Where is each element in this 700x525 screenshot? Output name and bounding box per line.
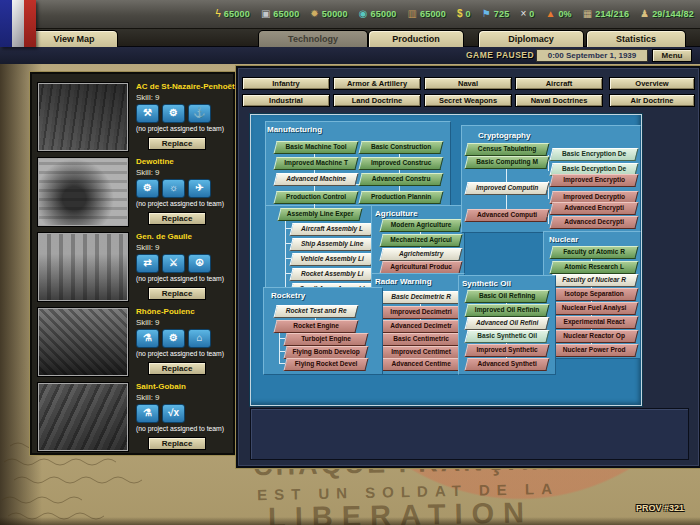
tech-tab-infantry[interactable]: Infantry bbox=[242, 77, 330, 90]
tech-box-nuclear-reactor-op[interactable]: Nuclear Reactor Op bbox=[549, 330, 638, 343]
tech-box-basic-machine-tool[interactable]: Basic Machine Tool bbox=[273, 141, 358, 154]
tech-box-modern-agriculture[interactable]: Modern Agriculture bbox=[379, 219, 462, 232]
tech-tab-armor-artillery[interactable]: Armor & Artillery bbox=[333, 77, 421, 90]
tech-box-advanced-centime[interactable]: Advanced Centime bbox=[379, 358, 462, 371]
tech-box-improved-computin[interactable]: Improved Computin bbox=[464, 182, 549, 195]
mathematics-icon: √x bbox=[162, 404, 185, 423]
tech-box-basic-oil-refining[interactable]: Basic Oil Refining bbox=[464, 290, 549, 303]
tech-box-label: Atomic Research L bbox=[552, 262, 636, 272]
tech-tab-naval-doctrines[interactable]: Naval Doctrines bbox=[515, 94, 603, 107]
tree-connector bbox=[285, 219, 286, 289]
tech-box-faculty-of-nuclear-r[interactable]: Faculty of Nuclear R bbox=[549, 274, 638, 287]
tech-box-label: Advanced Computi bbox=[467, 210, 547, 220]
tech-box-label: Improved Centimet bbox=[382, 347, 460, 357]
tech-tab-secret-weapons[interactable]: Secret Weapons bbox=[424, 94, 512, 107]
resource-value: 0% bbox=[558, 9, 571, 19]
manpower-icon: ⚑ bbox=[482, 9, 491, 19]
tech-box-nuclear-fuel-analysi[interactable]: Nuclear Fuel Analysi bbox=[549, 302, 638, 315]
tech-box-advanced-oil-refini[interactable]: Advanced Oil Refini bbox=[464, 317, 549, 330]
tech-box-advanced-encrypti[interactable]: Advanced Encrypti bbox=[549, 202, 638, 215]
tech-box-label: Rocket Test and Re bbox=[276, 306, 356, 316]
game-screen: CHAQUE FRANÇAIS EST UN SOLDAT DE LA LIBE… bbox=[0, 0, 700, 525]
tech-box-census-tabulating[interactable]: Census Tabulating bbox=[464, 143, 549, 156]
tech-box-basic-computing-m[interactable]: Basic Computing M bbox=[464, 156, 549, 169]
tech-box-label: Basic Synthetic Oil bbox=[467, 331, 547, 341]
team-status: (no project assigned to team) bbox=[136, 125, 226, 132]
tech-box-advanced-syntheti[interactable]: Advanced Syntheti bbox=[464, 358, 549, 371]
tech-box-atomic-research-l[interactable]: Atomic Research L bbox=[549, 261, 638, 274]
tech-tab-aircraft[interactable]: Aircraft bbox=[515, 77, 603, 90]
tech-box-improved-synthetic[interactable]: Improved Synthetic bbox=[464, 344, 549, 357]
tech-box-production-control[interactable]: Production Control bbox=[273, 191, 358, 204]
tech-box-assembly-line-exper[interactable]: Assembly Line Exper bbox=[277, 208, 362, 221]
tech-box-vehicle-assembly-li[interactable]: Vehicle Assembly Li bbox=[289, 253, 374, 266]
tech-tab-overview[interactable]: Overview bbox=[609, 77, 695, 90]
team-name: AC de St-Nazaire-Penhoët bbox=[136, 82, 226, 91]
tech-box-aircraft-assembly-l[interactable]: Aircraft Assembly L bbox=[289, 223, 374, 236]
tech-tab-industrial[interactable]: Industrial bbox=[242, 94, 330, 107]
replace-button[interactable]: Replace bbox=[148, 437, 206, 450]
tech-box-improved-encryptio[interactable]: Improved Encryptio bbox=[549, 174, 638, 187]
tech-box-ship-assembly-line[interactable]: Ship Assembly Line bbox=[289, 238, 374, 251]
tech-box-label: Improved Decimetri bbox=[382, 307, 460, 317]
tech-box-flying-rocket-devel[interactable]: Flying Rocket Devel bbox=[283, 358, 368, 371]
tab-technology[interactable]: Technology bbox=[258, 30, 368, 47]
tech-box-rocket-test-and-re[interactable]: Rocket Test and Re bbox=[273, 305, 358, 318]
menu-button[interactable]: Menu bbox=[652, 49, 692, 62]
tech-box-advanced-machine[interactable]: Advanced Machine bbox=[273, 173, 358, 186]
tech-box-advanced-decimetr[interactable]: Advanced Decimetr bbox=[379, 320, 462, 333]
tech-box-label: Turbojet Engine bbox=[286, 334, 366, 344]
team-name: Gen. de Gaulle bbox=[136, 232, 226, 241]
tech-box-label: Basic Oil Refining bbox=[467, 291, 547, 301]
tech-box-faculty-of-atomic-r[interactable]: Faculty of Atomic R bbox=[549, 246, 638, 259]
tech-box-mechanized-agricul[interactable]: Mechanized Agricul bbox=[379, 234, 462, 247]
tech-tab-air-doctrine[interactable]: Air Doctrine bbox=[609, 94, 695, 107]
tech-box-improved-construc[interactable]: Improved Construc bbox=[358, 157, 443, 170]
tech-description-box bbox=[250, 408, 689, 460]
tech-box-basic-construction[interactable]: Basic Construction bbox=[358, 141, 443, 154]
tech-tab-land-doctrine[interactable]: Land Doctrine bbox=[333, 94, 421, 107]
tech-box-rocket-engine[interactable]: Rocket Engine bbox=[273, 320, 358, 333]
replace-button[interactable]: Replace bbox=[148, 212, 206, 225]
replace-button[interactable]: Replace bbox=[148, 137, 206, 150]
tech-box-label: Mechanized Agricul bbox=[382, 235, 460, 245]
tech-box-experimental-react[interactable]: Experimental React bbox=[549, 316, 638, 329]
tech-box-label: Agricultural Produc bbox=[382, 262, 460, 272]
tab-production[interactable]: Production bbox=[368, 30, 464, 47]
tab-diplomacy[interactable]: Diplomacy bbox=[478, 30, 584, 47]
lightbulb-icon: ☼ bbox=[162, 179, 185, 198]
tech-box-improved-oil-refinin[interactable]: Improved Oil Refinin bbox=[464, 304, 549, 317]
tech-box-basic-decimetric-r[interactable]: Basic Decimetric R bbox=[379, 291, 462, 304]
resource-value: 214/216 bbox=[595, 9, 629, 19]
replace-button[interactable]: Replace bbox=[148, 362, 206, 375]
tech-box-agrichemistry[interactable]: Agrichemistry bbox=[379, 248, 462, 261]
tech-tab-naval[interactable]: Naval bbox=[424, 77, 512, 90]
tab-statistics[interactable]: Statistics bbox=[586, 30, 686, 47]
team-photo bbox=[38, 233, 128, 301]
resource-value: 0 bbox=[529, 9, 534, 19]
resource-value: 50000 bbox=[322, 9, 348, 19]
tech-box-turbojet-engine[interactable]: Turbojet Engine bbox=[283, 333, 368, 346]
replace-button[interactable]: Replace bbox=[148, 287, 206, 300]
tech-box-production-plannin[interactable]: Production Plannin bbox=[358, 191, 443, 204]
team-name: Dewoitine bbox=[136, 157, 226, 166]
tech-box-advanced-decrypti[interactable]: Advanced Decrypti bbox=[549, 216, 638, 229]
tech-box-basic-synthetic-oil[interactable]: Basic Synthetic Oil bbox=[464, 330, 549, 343]
team-specialties: ⚙☼✈ bbox=[136, 179, 226, 198]
section-header-radar-warning: Radar Warning bbox=[375, 277, 432, 286]
technology-window: InfantryArmor & ArtilleryNavalAircraftOv… bbox=[236, 66, 700, 468]
tech-box-advanced-computi[interactable]: Advanced Computi bbox=[464, 209, 549, 222]
date-display[interactable]: 0:00 September 1, 1939 bbox=[536, 49, 648, 62]
tab-view-map[interactable]: View Map bbox=[30, 30, 118, 47]
tech-box-improved-machine-t[interactable]: Improved Machine T bbox=[273, 157, 358, 170]
tech-box-advanced-constru[interactable]: Advanced Constru bbox=[358, 173, 443, 186]
money-icon: $ bbox=[457, 9, 463, 19]
tech-box-basic-encryption-de[interactable]: Basic Encryption De bbox=[549, 148, 638, 161]
tech-box-label: Improved Machine T bbox=[276, 158, 356, 168]
tool-icon: ⚒ bbox=[136, 104, 159, 123]
tech-box-rocket-assembly-li[interactable]: Rocket Assembly Li bbox=[289, 268, 374, 281]
tech-box-basic-centimetric[interactable]: Basic Centimetric bbox=[379, 333, 462, 346]
tech-box-nuclear-power-prod[interactable]: Nuclear Power Prod bbox=[549, 344, 638, 357]
tech-box-isotope-separation[interactable]: Isotope Separation bbox=[549, 288, 638, 301]
tech-box-improved-decimetri[interactable]: Improved Decimetri bbox=[379, 306, 462, 319]
